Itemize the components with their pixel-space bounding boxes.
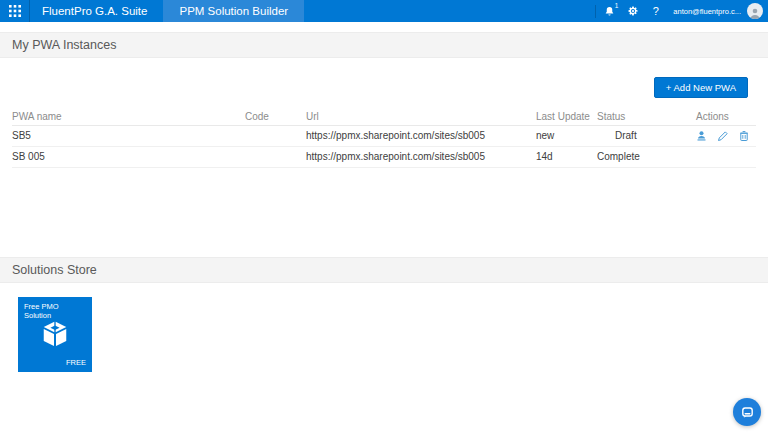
user-email[interactable]: anton@fluentpro.c... — [667, 7, 745, 16]
url-cell: https://ppmx.sharepoint.com/sites/sb005 — [306, 146, 536, 167]
edit-icon — [717, 130, 729, 142]
avatar[interactable] — [747, 3, 763, 19]
solution-tile-free-pmo[interactable]: Free PMO Solution FREE — [18, 297, 92, 372]
topbar-spacer — [0, 22, 768, 32]
chat-bubble-icon — [740, 405, 755, 420]
ppm-solution-builder-page: FluentPro G.A. Suite PPM Solution Builde… — [0, 0, 768, 404]
person-icon — [749, 7, 761, 19]
user-permissions-button[interactable] — [696, 130, 708, 142]
column-header-url: Url — [306, 108, 536, 125]
topbar-divider — [595, 5, 596, 18]
table-row: SB 005 https://ppmx.sharepoint.com/sites… — [12, 146, 756, 167]
gear-icon — [627, 5, 639, 17]
pwa-section-header: My PWA Instances — [0, 32, 768, 58]
pwa-section-title: My PWA Instances — [12, 38, 116, 52]
pwa-name-cell: SB5 — [12, 125, 245, 146]
help-icon: ? — [653, 5, 659, 17]
delete-icon — [738, 130, 750, 142]
store-section-header: Solutions Store — [0, 257, 768, 283]
tile-free-badge: FREE — [66, 358, 86, 367]
notifications-button[interactable]: 1 — [598, 0, 621, 22]
column-header-actions: Actions — [696, 108, 756, 125]
bell-icon — [604, 6, 615, 17]
help-button[interactable]: ? — [644, 0, 667, 22]
app-launcher-button[interactable] — [0, 0, 30, 22]
settings-button[interactable] — [621, 0, 644, 22]
last-update-cell: 14d — [536, 146, 597, 167]
url-cell: https://ppmx.sharepoint.com/sites/sb005 — [306, 125, 536, 146]
notification-count-badge: 1 — [615, 2, 619, 9]
code-cell — [245, 146, 306, 167]
status-cell: Draft — [597, 125, 696, 146]
last-update-cell: new — [536, 125, 597, 146]
column-header-status: Status — [597, 108, 696, 125]
tile-title: Free PMO Solution — [24, 302, 86, 320]
column-header-last-update: Last Update — [536, 108, 597, 125]
actions-cell — [696, 146, 756, 167]
waffle-icon — [9, 5, 21, 17]
column-header-code: Code — [245, 108, 306, 125]
user-icon — [696, 130, 708, 142]
store-section-body: Free PMO Solution FREE — [0, 283, 768, 404]
status-cell: Complete — [597, 146, 696, 167]
add-new-pwa-button[interactable]: + Add New PWA — [654, 77, 748, 98]
delete-button[interactable] — [738, 130, 750, 142]
pwa-name-cell: SB 005 — [12, 146, 245, 167]
chat-button[interactable] — [733, 398, 761, 426]
edit-button[interactable] — [717, 130, 729, 142]
topbar-right: 1 ? anton@fluentpro.c... — [593, 0, 768, 22]
table-header-row: PWA name Code Url Last Update Status Act… — [12, 108, 756, 125]
package-icon — [38, 321, 72, 351]
column-header-pwa-name: PWA name — [12, 108, 245, 125]
actions-cell — [696, 125, 756, 146]
store-section-title: Solutions Store — [12, 263, 97, 277]
pwa-section-body: + Add New PWA PWA name Code Url Last Upd… — [0, 58, 768, 257]
code-cell — [245, 125, 306, 146]
topbar: FluentPro G.A. Suite PPM Solution Builde… — [0, 0, 768, 22]
pwa-instances-table: PWA name Code Url Last Update Status Act… — [12, 108, 756, 168]
tab-ppm-solution-builder[interactable]: PPM Solution Builder — [163, 0, 304, 22]
table-row: SB5 https://ppmx.sharepoint.com/sites/sb… — [12, 125, 756, 146]
app-title[interactable]: FluentPro G.A. Suite — [30, 0, 163, 22]
